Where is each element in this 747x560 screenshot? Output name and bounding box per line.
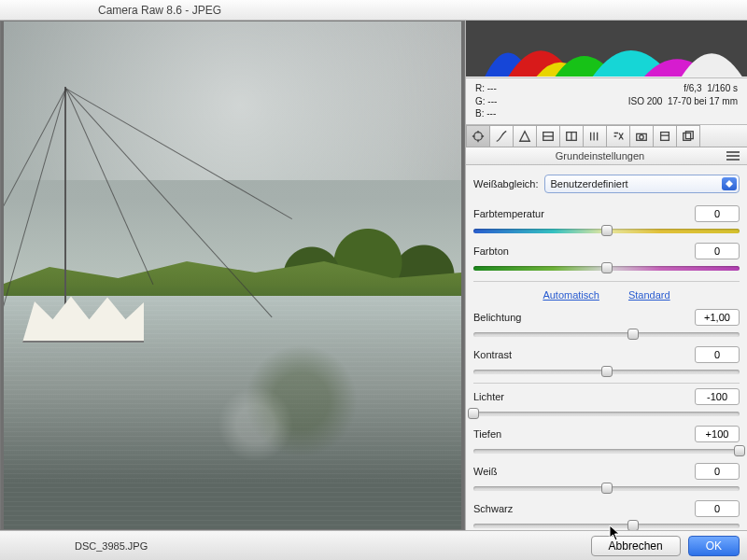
svg-rect-5 [661,132,669,140]
whites-label: Weiß [473,466,695,477]
tab-detail-icon[interactable] [513,125,537,147]
wb-select[interactable]: Benutzerdefiniert [544,175,740,193]
tint-input[interactable] [695,243,740,259]
cancel-button[interactable]: Abbrechen [591,536,681,556]
whites-input[interactable] [695,463,740,480]
image-preview[interactable] [0,21,465,530]
blacks-input[interactable] [695,500,740,517]
tint-slider[interactable] [473,262,740,273]
contrast-label: Kontrast [473,349,695,360]
ok-button[interactable]: OK [688,536,740,556]
exposure-slider[interactable] [473,329,740,340]
contrast-slider[interactable] [473,366,740,377]
blacks-label: Schwarz [473,503,695,514]
tab-curve-icon[interactable] [489,125,514,147]
highlights-slider[interactable] [473,408,740,419]
panel-tab-strip [466,125,747,147]
contrast-input[interactable] [695,346,740,363]
panel-menu-icon[interactable] [726,151,740,161]
whites-slider[interactable] [473,483,740,494]
tab-camera-icon[interactable] [629,125,654,147]
highlights-input[interactable] [695,388,740,405]
shadows-input[interactable] [695,426,740,442]
adjustments-panel: R: --- G: --- B: --- f/6,3 1/160 s ISO 2… [465,21,747,530]
blacks-slider[interactable] [473,520,740,530]
tab-basic-icon[interactable] [466,125,490,147]
filename-label: DSC_3985.JPG [75,540,591,552]
window-titlebar: Camera Raw 8.6 - JPEG [0,0,747,21]
window-title: Camera Raw 8.6 - JPEG [98,4,221,17]
temperature-label: Farbtemperatur [473,208,695,219]
exposure-label: Belichtung [473,312,695,323]
tint-label: Farbton [473,245,695,257]
tab-snapshots-icon[interactable] [676,125,700,147]
tab-hsl-icon[interactable] [536,125,560,147]
tab-lens-icon[interactable] [583,125,607,147]
temperature-input[interactable] [695,205,740,222]
panel-title: Grundeinstellungen [473,150,726,161]
exposure-input[interactable] [695,309,740,326]
svg-point-0 [474,132,483,140]
photo-readout: R: --- G: --- B: --- f/6,3 1/160 s ISO 2… [466,77,747,125]
highlights-label: Lichter [473,391,695,402]
shadows-slider[interactable] [473,445,740,456]
wb-label: Weißabgleich: [473,178,539,189]
default-link[interactable]: Standard [628,289,670,301]
preview-canvas [4,21,461,529]
histogram[interactable] [466,21,747,77]
svg-point-4 [640,135,643,139]
shadows-label: Tiefen [473,428,695,440]
footer: DSC_3985.JPG Abbrechen OK [0,530,747,560]
tab-presets-icon[interactable] [653,125,677,147]
tab-fx-icon[interactable] [606,125,630,147]
tab-split-icon[interactable] [559,125,584,147]
temperature-slider[interactable] [473,225,740,236]
chevron-updown-icon [722,177,737,190]
auto-link[interactable]: Automatisch [543,289,599,301]
